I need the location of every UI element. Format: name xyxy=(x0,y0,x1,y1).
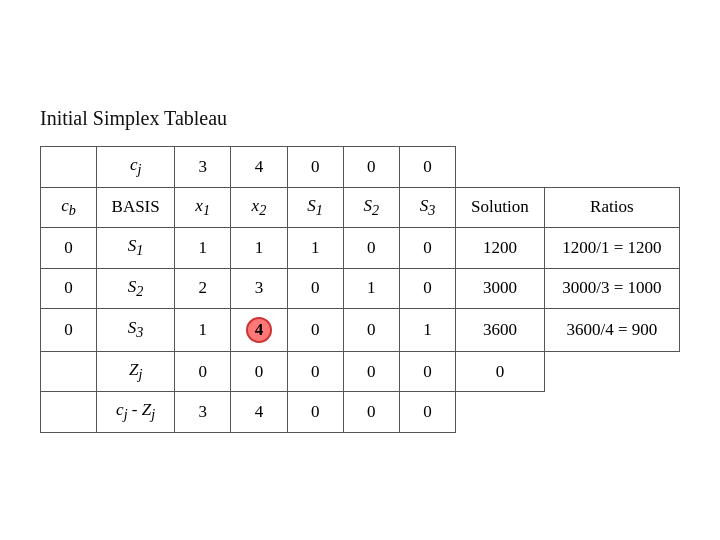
cj-solution-empty xyxy=(456,147,544,187)
x2-label: x2 xyxy=(252,196,267,215)
col-header-row: cb BASIS x1 x2 S1 S2 S3 Solution xyxy=(41,187,680,227)
s1-label: S1 xyxy=(307,196,323,215)
row2-s3: 0 xyxy=(399,268,455,308)
row3-s2: 0 xyxy=(343,308,399,351)
cj-val-5: 0 xyxy=(399,147,455,187)
row2-x2: 3 xyxy=(231,268,287,308)
zj-val-2: 0 xyxy=(231,351,287,391)
solution-header: Solution xyxy=(456,187,544,227)
zj-val-5: 0 xyxy=(399,351,455,391)
cjzj-val-3: 0 xyxy=(287,392,343,432)
cjzj-cb-empty xyxy=(41,392,97,432)
zj-row: Zj 0 0 0 0 0 0 xyxy=(41,351,680,391)
row1-s2: 0 xyxy=(343,228,399,268)
row1-basis: S1 xyxy=(97,228,175,268)
cjzj-solution-empty xyxy=(456,392,544,432)
row2-s1: 0 xyxy=(287,268,343,308)
cj-zj-row: cj - Zj 3 4 0 0 0 xyxy=(41,392,680,432)
data-row-3: 0 S3 1 4 0 0 1 3600 3600/4 = 900 xyxy=(41,308,680,351)
cb-header-label: cb xyxy=(61,196,76,215)
x2-header: x2 xyxy=(231,187,287,227)
row1-cb: 0 xyxy=(41,228,97,268)
row2-solution: 3000 xyxy=(456,268,544,308)
zj-ratios-empty xyxy=(544,351,679,391)
cb-empty-cell xyxy=(41,147,97,187)
page-title: Initial Simplex Tableau xyxy=(40,107,680,130)
ratios-header: Ratios xyxy=(544,187,679,227)
x1-header: x1 xyxy=(175,187,231,227)
row1-ratio: 1200/1 = 1200 xyxy=(544,228,679,268)
s1-header: S1 xyxy=(287,187,343,227)
row3-s3: 1 xyxy=(399,308,455,351)
cjzj-val-2: 4 xyxy=(231,392,287,432)
row3-ratio: 3600/4 = 900 xyxy=(544,308,679,351)
cj-val-2: 4 xyxy=(231,147,287,187)
row2-x1: 2 xyxy=(175,268,231,308)
outer-container: Initial Simplex Tableau cj 3 4 0 0 0 cb xyxy=(20,87,700,452)
row1-s1: 1 xyxy=(287,228,343,268)
s3-header: S3 xyxy=(399,187,455,227)
cjzj-ratios-empty xyxy=(544,392,679,432)
row3-x2: 4 xyxy=(231,308,287,351)
row3-x1: 1 xyxy=(175,308,231,351)
row3-s1: 0 xyxy=(287,308,343,351)
row2-cb: 0 xyxy=(41,268,97,308)
zj-val-1: 0 xyxy=(175,351,231,391)
x1-label: x1 xyxy=(195,196,210,215)
s2-header: S2 xyxy=(343,187,399,227)
simplex-tableau: cj 3 4 0 0 0 cb BASIS x1 x2 xyxy=(40,146,680,432)
cjzj-label: cj - Zj xyxy=(97,392,175,432)
cb-header: cb xyxy=(41,187,97,227)
row3-solution: 3600 xyxy=(456,308,544,351)
zj-label: Zj xyxy=(97,351,175,391)
cj-val-3: 0 xyxy=(287,147,343,187)
data-row-2: 0 S2 2 3 0 1 0 3000 3000/3 = 1000 xyxy=(41,268,680,308)
zj-val-4: 0 xyxy=(343,351,399,391)
row1-solution: 1200 xyxy=(456,228,544,268)
cj-label: cj xyxy=(130,155,141,174)
row3-basis: S3 xyxy=(97,308,175,351)
cj-header-row: cj 3 4 0 0 0 xyxy=(41,147,680,187)
s3-label: S3 xyxy=(420,196,436,215)
cj-label-cell: cj xyxy=(97,147,175,187)
row2-basis: S2 xyxy=(97,268,175,308)
cjzj-val-1: 3 xyxy=(175,392,231,432)
zj-val-3: 0 xyxy=(287,351,343,391)
data-row-1: 0 S1 1 1 1 0 0 1200 1200/1 = 1200 xyxy=(41,228,680,268)
cj-val-1: 3 xyxy=(175,147,231,187)
basis-header: BASIS xyxy=(97,187,175,227)
zj-solution: 0 xyxy=(456,351,544,391)
s2-label: S2 xyxy=(364,196,380,215)
cjzj-val-4: 0 xyxy=(343,392,399,432)
row1-s3: 0 xyxy=(399,228,455,268)
row1-x1: 1 xyxy=(175,228,231,268)
row1-x2: 1 xyxy=(231,228,287,268)
row3-cb: 0 xyxy=(41,308,97,351)
pivot-element: 4 xyxy=(246,317,272,343)
cj-ratios-empty xyxy=(544,147,679,187)
row2-ratio: 3000/3 = 1000 xyxy=(544,268,679,308)
cjzj-val-5: 0 xyxy=(399,392,455,432)
row2-s2: 1 xyxy=(343,268,399,308)
cj-val-4: 0 xyxy=(343,147,399,187)
zj-cb-empty xyxy=(41,351,97,391)
